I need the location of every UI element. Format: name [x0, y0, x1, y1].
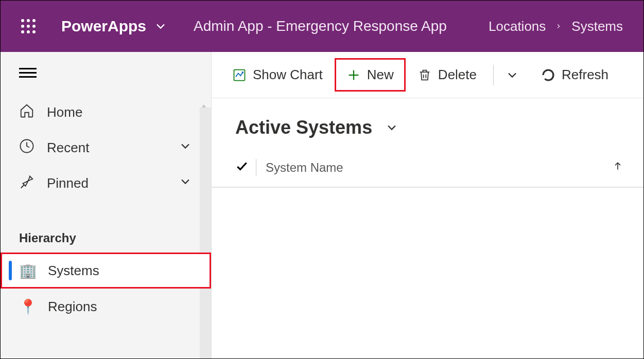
column-system-name[interactable]: System Name — [266, 160, 613, 175]
refresh-icon — [541, 68, 555, 82]
chart-icon — [232, 68, 247, 82]
chevron-down-icon — [153, 19, 168, 33]
view-selector[interactable]: Active Systems — [212, 98, 643, 153]
select-all-checkbox[interactable] — [235, 159, 256, 176]
chevron-down-icon — [385, 120, 399, 135]
sidebar-item-label: Pinned — [47, 175, 166, 191]
breadcrumb: Locations Systems — [489, 19, 623, 34]
sidebar-item-pinned[interactable]: Pinned — [1, 166, 211, 201]
building-icon: 🏢 — [19, 262, 36, 279]
show-chart-button[interactable]: Show Chart — [224, 62, 331, 88]
map-pin-icon: 📍 — [19, 298, 36, 315]
app-header: PowerApps Admin App - Emergency Response… — [1, 1, 643, 52]
breadcrumb-current[interactable]: Systems — [571, 19, 623, 34]
chevron-down-icon — [178, 139, 193, 157]
sidebar-item-label: Regions — [48, 299, 97, 315]
breadcrumb-parent[interactable]: Locations — [489, 19, 546, 34]
delete-split-button[interactable] — [502, 63, 523, 87]
refresh-button[interactable]: Refresh — [533, 62, 617, 88]
chevron-down-icon — [178, 174, 193, 192]
sidebar-item-systems[interactable]: 🏢 Systems — [1, 253, 211, 289]
hamburger-button[interactable] — [1, 52, 211, 91]
new-button[interactable]: New — [336, 60, 404, 90]
column-divider — [256, 159, 256, 176]
command-bar: Show Chart New Delete — [212, 52, 643, 98]
app-title: Admin App - Emergency Response App — [194, 18, 447, 34]
sidebar-item-label: Recent — [47, 140, 166, 156]
chevron-down-icon — [505, 68, 519, 82]
command-label: Show Chart — [253, 67, 323, 83]
brand-switcher[interactable]: PowerApps — [61, 17, 168, 35]
sidebar-item-label: Systems — [48, 263, 99, 279]
sidebar-item-regions[interactable]: 📍 Regions — [1, 289, 211, 325]
home-icon — [19, 103, 34, 122]
delete-button[interactable]: Delete — [409, 62, 485, 88]
sidebar-item-recent[interactable]: Recent — [1, 130, 211, 166]
sidebar-item-home[interactable]: Home — [1, 95, 211, 130]
sort-ascending-icon[interactable] — [613, 159, 623, 176]
command-label: Delete — [438, 67, 477, 83]
view-title-text: Active Systems — [235, 117, 372, 138]
sidebar-section-title: Hierarchy — [1, 205, 211, 253]
grid-column-header: System Name — [212, 153, 643, 188]
trash-icon — [417, 68, 432, 82]
main-pane: Show Chart New Delete — [212, 52, 643, 358]
sidebar-nav: Home Recent Pinned — [1, 91, 211, 205]
plus-icon — [346, 68, 361, 82]
check-icon — [235, 159, 249, 173]
chevron-right-icon — [555, 20, 562, 32]
sidebar: Home Recent Pinned Hier — [1, 52, 212, 358]
command-label: New — [367, 67, 394, 83]
command-label: Refresh — [562, 67, 608, 83]
clock-icon — [19, 138, 34, 157]
brand-label: PowerApps — [61, 17, 146, 35]
sidebar-item-label: Home — [47, 104, 193, 120]
waffle-icon[interactable] — [21, 19, 36, 33]
pin-icon — [19, 174, 34, 193]
command-divider — [493, 65, 494, 85]
